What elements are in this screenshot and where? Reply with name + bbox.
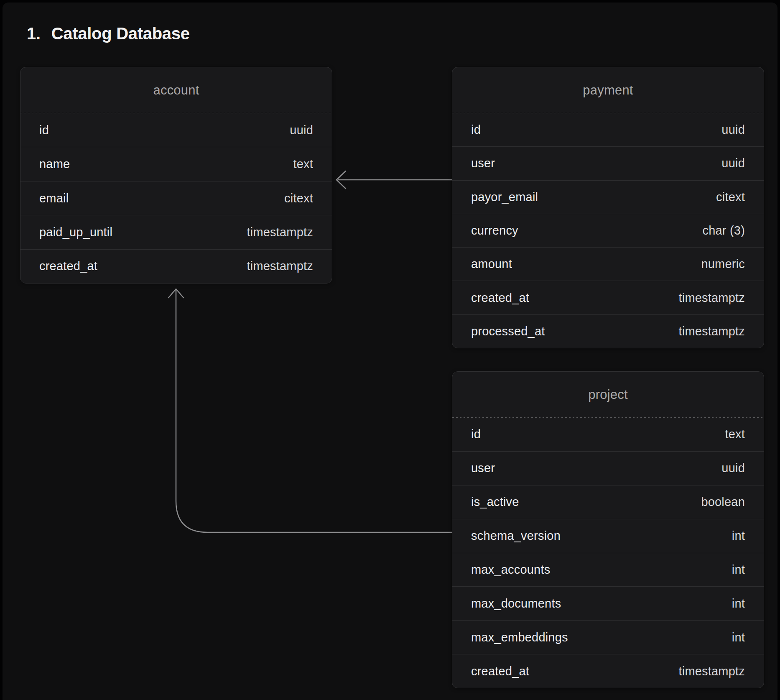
- page-title-number: 1.: [27, 23, 41, 43]
- table-row: created_at timestamptz: [452, 654, 764, 688]
- table-row: currency char (3): [452, 214, 764, 247]
- table-title: account: [20, 67, 332, 113]
- field-name: email: [39, 192, 69, 205]
- field-name: name: [39, 157, 70, 171]
- field-name: max_accounts: [471, 563, 550, 577]
- field-type: timestamptz: [678, 291, 745, 305]
- field-type: numeric: [701, 257, 745, 271]
- table-row: id text: [452, 418, 764, 451]
- field-type: timestamptz: [678, 324, 745, 338]
- field-type: uuid: [721, 461, 745, 475]
- field-type: text: [293, 157, 313, 171]
- table-rows: id uuid name text email citext paid_up_u…: [20, 113, 332, 283]
- field-name: max_documents: [471, 597, 561, 611]
- field-name: id: [471, 123, 481, 137]
- field-name: amount: [471, 257, 512, 271]
- field-type: char (3): [702, 224, 745, 238]
- table-row: name text: [20, 147, 332, 181]
- table-row: user uuid: [452, 146, 764, 180]
- table-row: max_embeddings int: [452, 620, 764, 654]
- field-type: uuid: [721, 156, 745, 170]
- field-name: created_at: [39, 259, 97, 273]
- field-type: timestamptz: [247, 259, 313, 273]
- table-title: project: [452, 372, 764, 418]
- field-name: created_at: [471, 291, 529, 305]
- table-node-project[interactable]: project id text user uuid is_active bool…: [452, 371, 764, 688]
- page-title: 1. Catalog Database: [27, 23, 190, 43]
- table-rows: id text user uuid is_active boolean sche…: [452, 418, 764, 688]
- table-row: max_documents int: [452, 586, 764, 620]
- table-row: schema_version int: [452, 519, 764, 553]
- field-type: int: [732, 597, 745, 611]
- arrowhead-left-icon: [336, 171, 346, 189]
- field-name: user: [471, 156, 495, 170]
- table-row: created_at timestamptz: [452, 281, 764, 314]
- field-type: boolean: [701, 495, 745, 509]
- field-type: int: [732, 529, 745, 543]
- field-type: text: [725, 427, 745, 441]
- field-name: processed_at: [471, 324, 545, 338]
- field-name: schema_version: [471, 529, 561, 543]
- field-type: int: [732, 631, 745, 644]
- field-type: citext: [284, 192, 313, 205]
- field-name: created_at: [471, 664, 529, 678]
- field-type: timestamptz: [247, 225, 313, 239]
- table-row: email citext: [20, 181, 332, 215]
- relation-line-project-account: [176, 290, 452, 532]
- field-type: citext: [716, 190, 745, 204]
- table-row: max_accounts int: [452, 553, 764, 587]
- field-type: timestamptz: [678, 664, 745, 678]
- table-row: user uuid: [452, 451, 764, 485]
- field-name: id: [39, 123, 49, 137]
- arrowhead-up-icon: [168, 289, 184, 298]
- field-name: user: [471, 461, 495, 475]
- table-row: created_at timestamptz: [20, 249, 332, 283]
- field-name: currency: [471, 224, 518, 238]
- diagram-canvas: 1. Catalog Database account id uuid name…: [3, 3, 777, 700]
- field-name: paid_up_until: [39, 225, 112, 239]
- field-type: int: [732, 563, 745, 577]
- table-node-account[interactable]: account id uuid name text email citext p…: [20, 67, 332, 284]
- table-row: is_active boolean: [452, 485, 764, 519]
- field-name: is_active: [471, 495, 519, 509]
- table-row: amount numeric: [452, 247, 764, 281]
- field-name: payor_email: [471, 190, 538, 204]
- table-row: id uuid: [452, 113, 764, 146]
- field-type: uuid: [290, 123, 313, 137]
- table-node-payment[interactable]: payment id uuid user uuid payor_email ci…: [452, 67, 764, 348]
- field-name: id: [471, 427, 481, 441]
- table-rows: id uuid user uuid payor_email citext cur…: [452, 113, 764, 348]
- table-row: paid_up_until timestamptz: [20, 215, 332, 249]
- field-type: uuid: [721, 123, 745, 137]
- field-name: max_embeddings: [471, 631, 568, 644]
- table-row: payor_email citext: [452, 180, 764, 214]
- table-row: id uuid: [20, 113, 332, 147]
- table-title: payment: [452, 67, 764, 113]
- table-row: processed_at timestamptz: [452, 314, 764, 348]
- page-title-text: Catalog Database: [51, 23, 190, 43]
